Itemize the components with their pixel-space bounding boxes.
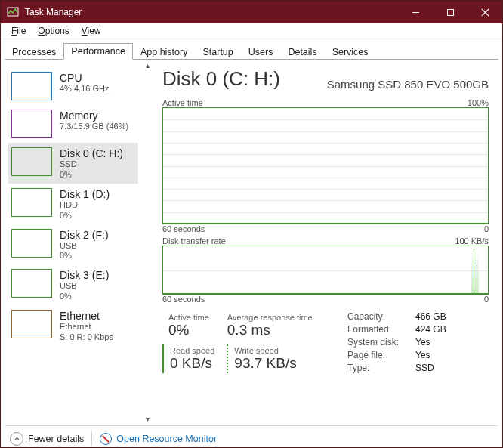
stat-avg-response: Average response time 0.3 ms: [221, 311, 325, 340]
sidebar-item-title: Disk 2 (F:): [60, 229, 109, 241]
separator: [91, 432, 92, 446]
maximize-button[interactable]: [433, 1, 468, 23]
sidebar-item-sub: USB: [60, 281, 109, 292]
disk-thumb-chart: [11, 229, 52, 258]
chart1-label-bl: 60 seconds: [162, 224, 205, 233]
disk-thumb-chart: [11, 269, 52, 298]
window-titlebar: Task Manager: [1, 1, 502, 23]
sidebar-item-sub: USB: [60, 241, 109, 252]
tab-services[interactable]: Services: [325, 44, 376, 60]
stats-table: Capacity: 466 GB Formatted: 424 GB Syste…: [347, 311, 446, 373]
open-resource-monitor-link[interactable]: Open Resource Monitor: [100, 433, 217, 445]
chart-transfer-rate[interactable]: [162, 246, 489, 295]
resource-monitor-icon: [100, 433, 112, 445]
sidebar-item-sub: 7.3/15.9 GB (46%): [60, 122, 128, 132]
sidebar-item-ethernet[interactable]: Ethernet Ethernet S: 0 R: 0 Kbps: [8, 305, 138, 346]
sidebar: CPU 4% 4.16 GHz Memory 7.3/15.9 GB (46%)…: [1, 60, 153, 425]
ethernet-thumb-chart: [11, 310, 52, 338]
chart2-label-bl: 60 seconds: [162, 295, 205, 304]
sidebar-item-title: Disk 0 (C: H:): [60, 147, 123, 159]
stat-read-speed: Read speed 0 KB/s: [162, 344, 227, 373]
menu-view[interactable]: View: [76, 25, 107, 37]
menubar: File Options View: [1, 23, 502, 39]
sidebar-item-title: Disk 1 (D:): [60, 188, 110, 200]
disk-thumb-chart: [11, 188, 52, 217]
chart1-label-tr: 100%: [468, 98, 489, 107]
disk-thumb-chart: [11, 147, 52, 176]
sidebar-item-disk3[interactable]: Disk 3 (E:) USB 0%: [8, 264, 138, 305]
cpu-thumb-chart: [11, 72, 52, 100]
tab-details[interactable]: Details: [280, 44, 324, 60]
sidebar-item-title: Ethernet: [60, 310, 113, 322]
chart1-label-tl: Active time: [162, 98, 203, 107]
sidebar-item-sub2: 0%: [60, 292, 109, 301]
footer: Fewer details Open Resource Monitor: [5, 425, 498, 448]
tab-startup[interactable]: Startup: [195, 44, 240, 60]
tab-users[interactable]: Users: [241, 44, 281, 60]
chart2-label-tr: 100 KB/s: [455, 236, 489, 246]
sidebar-item-sub: SSD: [60, 159, 123, 170]
detail-panel: Disk 0 (C: H:) Samsung SSD 850 EVO 500GB…: [153, 60, 502, 425]
memory-thumb-chart: [11, 110, 52, 138]
sidebar-item-cpu[interactable]: CPU 4% 4.16 GHz: [8, 67, 138, 105]
close-button[interactable]: [468, 1, 502, 23]
sidebar-item-sub2: S: 0 R: 0 Kbps: [60, 332, 113, 341]
fewer-details-label: Fewer details: [28, 434, 84, 444]
chart-active-time[interactable]: [162, 107, 489, 224]
sidebar-item-title: CPU: [60, 72, 109, 84]
menu-file[interactable]: File: [5, 25, 32, 37]
sidebar-item-sub2: 0%: [60, 251, 109, 260]
chevron-up-icon: [10, 432, 23, 446]
sidebar-item-sub: 4% 4.16 GHz: [60, 84, 109, 94]
window-title: Task Manager: [25, 7, 82, 17]
menu-options[interactable]: Options: [32, 25, 75, 37]
tab-app-history[interactable]: App history: [133, 44, 196, 60]
minimize-button[interactable]: [398, 1, 433, 23]
tab-performance[interactable]: Performance: [63, 43, 133, 60]
sidebar-item-sub2: 0%: [60, 211, 110, 220]
chart1-label-br: 0: [484, 224, 489, 233]
svg-rect-2: [447, 9, 453, 15]
fewer-details-button[interactable]: Fewer details: [10, 432, 84, 446]
tab-strip: Processes Performance App history Startu…: [1, 39, 502, 59]
sidebar-item-disk0[interactable]: Disk 0 (C: H:) SSD 0%: [8, 143, 138, 184]
open-resource-monitor-label: Open Resource Monitor: [116, 434, 217, 444]
page-title: Disk 0 (C: H:): [162, 67, 280, 91]
taskmgr-icon: [7, 6, 19, 18]
sidebar-item-title: Disk 3 (E:): [60, 269, 109, 281]
scroll-up-icon[interactable]: ▴: [141, 60, 153, 72]
chart2-label-tl: Disk transfer rate: [162, 236, 226, 246]
sidebar-item-disk2[interactable]: Disk 2 (F:) USB 0%: [8, 224, 138, 265]
sidebar-item-sub2: 0%: [60, 170, 123, 179]
tab-processes[interactable]: Processes: [5, 44, 63, 60]
stat-write-speed: Write speed 93.7 KB/s: [227, 344, 308, 373]
sidebar-item-sub: Ethernet: [60, 322, 113, 332]
stat-active-time: Active time 0%: [162, 311, 221, 340]
chart2-label-br: 0: [484, 295, 489, 304]
sidebar-item-memory[interactable]: Memory 7.3/15.9 GB (46%): [8, 105, 138, 143]
scroll-down-icon[interactable]: ▾: [141, 413, 153, 425]
sidebar-scrollbar[interactable]: ▴ ▾: [141, 60, 153, 425]
sidebar-item-disk1[interactable]: Disk 1 (D:) HDD 0%: [8, 184, 138, 224]
sidebar-item-sub: HDD: [60, 200, 110, 211]
sidebar-item-title: Memory: [60, 110, 128, 122]
device-model: Samsung SSD 850 EVO 500GB: [327, 78, 489, 91]
